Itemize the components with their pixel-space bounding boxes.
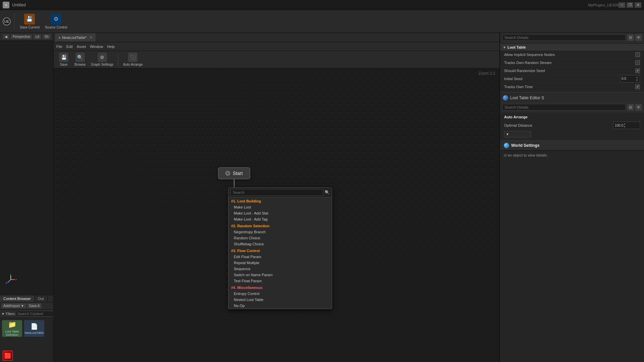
source-control-label: Source Control	[45, 25, 67, 29]
optimal-dist-up[interactable]: ▲	[623, 122, 626, 125]
should-randomize-seed-checkbox[interactable]: ✓	[635, 68, 640, 73]
ctx-repeat-multiple[interactable]: Repeat Multiple	[228, 260, 332, 266]
ctx-sequence[interactable]: Sequence	[228, 266, 332, 272]
context-menu: 🔍 #1. Loot Building Make Loot Make Loot …	[228, 187, 332, 309]
tracks-own-random-stream-checkbox[interactable]	[635, 60, 640, 65]
axis-indicator: X Y Z	[5, 274, 17, 287]
initial-seed-up[interactable]: ▲	[636, 76, 638, 79]
category-flow-control: #3. Flow Control	[228, 247, 332, 254]
perspective-button[interactable]: Perspective	[11, 34, 32, 39]
minimize-button[interactable]: ─	[619, 2, 625, 8]
ctx-make-loot[interactable]: Make Loot	[228, 204, 332, 210]
show-button[interactable]: Sh	[43, 34, 51, 39]
loot-table-editor-search-input[interactable]	[502, 104, 626, 111]
lt-editor-eye-icon[interactable]: 👁	[635, 104, 642, 111]
save-current-label: Save Current	[20, 25, 40, 29]
svg-text:Z: Z	[6, 282, 7, 285]
help-menu[interactable]: Help	[107, 45, 115, 49]
viewport-toggle[interactable]: ◀	[3, 34, 9, 39]
section-arrow-icon: ▼	[503, 46, 506, 49]
axis-icon: X Y Z	[5, 274, 17, 286]
context-search-bar: 🔍	[228, 188, 332, 197]
should-randomize-seed-value: ✓	[635, 68, 640, 73]
output-tab[interactable]: Out	[35, 295, 48, 302]
details-grid-icon[interactable]: ⊞	[627, 34, 634, 41]
auto-arrange-button[interactable]: ⬛ Auto Arrange	[121, 51, 145, 68]
ctx-random-choice[interactable]: Random Choice	[228, 235, 332, 241]
svg-text:X: X	[15, 278, 17, 281]
save-all-button[interactable]: Save A	[27, 303, 42, 308]
content-browser-panel: Content Browser Out Add/Import ▼ Save A …	[0, 295, 53, 362]
new-loot-table-asset[interactable]: 📄 NewLootTable	[24, 320, 44, 337]
ctx-test-float-param[interactable]: Test Float Param	[228, 278, 332, 284]
optimal-distance-arrows[interactable]: ▲ ▼	[623, 122, 626, 128]
close-tab-icon[interactable]: ✕	[90, 36, 92, 39]
arrange-dropdown[interactable]: ▼	[504, 131, 531, 137]
ctx-edit-float-param[interactable]: Edit Float Param	[228, 254, 332, 260]
main-toolbar: UE 💾 Save Current ⚙ Source Control	[0, 10, 644, 33]
optimal-dist-down[interactable]: ▼	[623, 125, 626, 128]
graph-toolbar: 💾 Save 🔍 Browse ⚙ Graph Settings ⬛ Auto …	[54, 51, 499, 68]
viewport-controls: ◀ Perspective Lit Sh	[0, 33, 53, 41]
graph-save-label: Save	[60, 63, 68, 66]
should-randomize-seed-row: Should Randomize Seed ✓	[500, 67, 644, 75]
ctx-nested-loot-table[interactable]: Nested Loot Table	[228, 297, 332, 303]
svg-text:Y: Y	[10, 274, 12, 276]
tracks-own-time-checkbox[interactable]: ✓	[635, 84, 640, 89]
ctx-make-loot-add-tag[interactable]: Make Loot - Add Tag	[228, 216, 332, 222]
ctx-negentropy-branch[interactable]: Negentropy Branch	[228, 229, 332, 235]
loot-table-editor-header: Loot Table Editor S	[500, 93, 644, 103]
close-button[interactable]: ✕	[635, 2, 641, 8]
optimal-distance-row: Optimal Distance 100.0 ▲ ▼	[504, 121, 640, 130]
lit-button[interactable]: Lit	[34, 34, 41, 39]
should-randomize-seed-label: Should Randomize Seed	[504, 69, 635, 73]
file-menu[interactable]: File	[56, 45, 62, 49]
auto-arrange-label: Auto Arrange	[123, 63, 143, 66]
details-eye-icon[interactable]: 👁	[635, 34, 642, 41]
details-search-input[interactable]	[502, 34, 626, 41]
initial-seed-down[interactable]: ▼	[636, 79, 638, 82]
browse-icon: 🔍	[75, 53, 85, 62]
ctx-make-loot-add-stat[interactable]: Make Loot - Add Stat	[228, 210, 332, 216]
initial-seed-arrows[interactable]: ▲ ▼	[636, 76, 638, 82]
restore-button[interactable]: ❐	[627, 2, 633, 8]
category-miscellaneous: #4. Miscellaneous	[228, 284, 332, 291]
lt-editor-grid-icon[interactable]: ⊞	[627, 104, 634, 111]
right-details-panel: ⊞ 👁 ▼ Loot Table Allow Implicit Sequence…	[500, 33, 644, 362]
context-search-input[interactable]	[230, 189, 323, 196]
window-controls: ─ ❐ ✕	[619, 2, 641, 8]
world-settings-icon	[504, 143, 509, 148]
edit-menu[interactable]: Edit	[66, 45, 73, 49]
auto-arrange-section: Auto Arrange Optimal Distance 100.0 ▲ ▼ …	[500, 112, 644, 140]
graph-save-icon: 💾	[59, 53, 68, 62]
save-current-button[interactable]: 💾 Save Current	[18, 12, 42, 31]
add-import-button[interactable]: Add/Import ▼	[1, 303, 26, 308]
asset-menu[interactable]: Asset	[77, 45, 86, 49]
graph-canvas[interactable]: Zoom 1:1 Start 🔍 #1. Loot Building Make …	[54, 68, 499, 362]
titlebar: ■ Untitled MyPlugins_UE426 ─ ❐ ✕	[0, 0, 644, 10]
ctx-no-op[interactable]: No-Op	[228, 303, 332, 309]
window-menu[interactable]: Window	[90, 45, 103, 49]
ctx-switch-on-name-param[interactable]: Switch on Name Param	[228, 272, 332, 278]
loot-table-definition-folder[interactable]: 📁 Loot Table Definition	[2, 320, 22, 337]
content-browser-toolbar: Add/Import ▼ Save A	[0, 302, 53, 310]
details-search-bar: ⊞ 👁	[500, 33, 644, 43]
graph-save-button[interactable]: 💾 Save	[56, 51, 71, 68]
start-node-circle	[225, 171, 230, 176]
initial-seed-label: Initial Seed	[504, 77, 620, 81]
initial-seed-input[interactable]: 0.0 ▲ ▼	[620, 75, 640, 82]
optimal-distance-value: 100.0	[615, 124, 623, 127]
svg-line-2	[8, 280, 11, 283]
allow-implicit-sequence-checkbox[interactable]	[635, 52, 640, 57]
world-settings-header: World Settings	[500, 140, 644, 150]
auto-arrange-icon: ⬛	[128, 53, 138, 62]
ctx-entropy-control[interactable]: Entropy Control	[228, 291, 332, 297]
ctx-shufflebag-choice[interactable]: Shufflebag Choice	[228, 241, 332, 247]
source-control-button[interactable]: ⚙ Source Control	[43, 12, 69, 31]
graph-tab-new-loot-table[interactable]: ● NewLootTable* ✕	[55, 34, 96, 42]
left-sidebar: ◀ Perspective Lit Sh X Y Z Content Brows…	[0, 33, 54, 362]
content-browser-tab[interactable]: Content Browser	[0, 295, 35, 302]
browse-button[interactable]: 🔍 Browse	[72, 51, 88, 68]
optimal-distance-input[interactable]: 100.0 ▲ ▼	[613, 122, 640, 129]
graph-settings-button[interactable]: ⚙ Graph Settings	[89, 51, 115, 68]
